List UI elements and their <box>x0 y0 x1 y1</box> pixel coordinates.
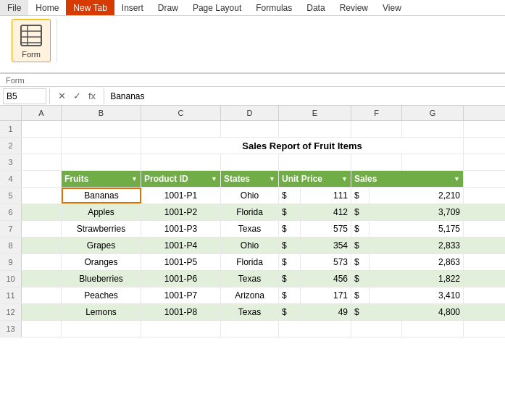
filter-arrow-fruits[interactable]: ▼ <box>131 175 138 182</box>
cell-b5-bananas[interactable]: Bananas <box>62 188 141 203</box>
cell-d6[interactable]: Florida <box>221 204 279 220</box>
cell-a13[interactable] <box>22 321 62 337</box>
cell-e1[interactable] <box>279 121 351 137</box>
cell-e7-val[interactable]: 575 <box>301 221 351 237</box>
cell-reference[interactable]: B5 <box>3 88 46 104</box>
cell-f10-val[interactable]: 1,822 <box>370 271 464 287</box>
cell-f3[interactable] <box>351 154 402 170</box>
cell-a8[interactable] <box>22 238 62 253</box>
formula-cancel-button[interactable]: ✕ <box>56 91 68 101</box>
cell-e9-val[interactable]: 573 <box>301 254 351 270</box>
cell-e3[interactable] <box>279 154 351 170</box>
menu-data[interactable]: Data <box>299 0 332 15</box>
cell-f7-dollar[interactable]: $ <box>351 221 370 237</box>
cell-a9[interactable] <box>22 254 62 270</box>
cell-f13[interactable] <box>351 321 402 337</box>
cell-f5-dollar[interactable]: $ <box>351 188 370 203</box>
cell-e8-dollar[interactable]: $ <box>279 238 301 253</box>
cell-d10[interactable]: Texas <box>221 271 279 287</box>
cell-c6[interactable]: 1001-P2 <box>141 204 221 220</box>
cell-d3[interactable] <box>221 154 279 170</box>
cell-e5-dollar[interactable]: $ <box>279 188 301 203</box>
cell-f9-dollar[interactable]: $ <box>351 254 370 270</box>
formula-fx-button[interactable]: fx <box>86 91 98 101</box>
cell-a6[interactable] <box>22 204 62 220</box>
cell-f7-val[interactable]: 5,175 <box>370 221 464 237</box>
cell-b8[interactable]: Grapes <box>62 238 141 253</box>
cell-e12-val[interactable]: 49 <box>301 304 351 320</box>
cell-d8[interactable]: Ohio <box>221 238 279 253</box>
cell-e6-dollar[interactable]: $ <box>279 204 301 220</box>
cell-a2[interactable] <box>22 138 62 154</box>
cell-f12-dollar[interactable]: $ <box>351 304 370 320</box>
cell-f11-val[interactable]: 3,410 <box>370 287 464 303</box>
cell-e9-dollar[interactable]: $ <box>279 254 301 270</box>
header-states[interactable]: States ▼ <box>221 171 279 187</box>
cell-a12[interactable] <box>22 304 62 320</box>
cell-b2[interactable] <box>62 138 141 154</box>
cell-a7[interactable] <box>22 221 62 237</box>
cell-e11-dollar[interactable]: $ <box>279 287 301 303</box>
cell-d13[interactable] <box>221 321 279 337</box>
cell-title[interactable]: Sales Report of Fruit Items <box>141 138 464 154</box>
menu-review[interactable]: Review <box>333 0 375 15</box>
cell-e11-val[interactable]: 171 <box>301 287 351 303</box>
formula-input[interactable] <box>107 90 502 103</box>
cell-b1[interactable] <box>62 121 141 137</box>
cell-b10[interactable]: Blueberries <box>62 271 141 287</box>
cell-e6-val[interactable]: 412 <box>301 204 351 220</box>
cell-a4[interactable] <box>22 171 62 187</box>
menu-draw[interactable]: Draw <box>151 0 185 15</box>
menu-formulas[interactable]: Formulas <box>249 0 299 15</box>
cell-f8-dollar[interactable]: $ <box>351 238 370 253</box>
cell-b7[interactable]: Strawberries <box>62 221 141 237</box>
filter-arrow-states[interactable]: ▼ <box>269 175 275 182</box>
cell-f8-val[interactable]: 2,833 <box>370 238 464 253</box>
cell-e10-val[interactable]: 456 <box>301 271 351 287</box>
cell-b3[interactable] <box>62 154 141 170</box>
cell-d12[interactable]: Texas <box>221 304 279 320</box>
menu-file[interactable]: File <box>0 0 28 15</box>
cell-b12[interactable]: Lemons <box>62 304 141 320</box>
cell-g1[interactable] <box>402 121 464 137</box>
cell-d11[interactable]: Arizona <box>221 287 279 303</box>
cell-a1[interactable] <box>22 121 62 137</box>
cell-e13[interactable] <box>279 321 351 337</box>
cell-f10-dollar[interactable]: $ <box>351 271 370 287</box>
cell-f5-val[interactable]: 2,210 <box>370 188 464 203</box>
cell-a10[interactable] <box>22 271 62 287</box>
menu-newtab[interactable]: New Tab <box>66 0 114 15</box>
cell-d9[interactable]: Florida <box>221 254 279 270</box>
cell-b9[interactable]: Oranges <box>62 254 141 270</box>
formula-confirm-button[interactable]: ✓ <box>71 91 83 101</box>
cell-e7-dollar[interactable]: $ <box>279 221 301 237</box>
cell-a5[interactable] <box>22 188 62 203</box>
form-button[interactable]: Form <box>12 19 51 62</box>
cell-e10-dollar[interactable]: $ <box>279 271 301 287</box>
header-unitprice[interactable]: Unit Price ▼ <box>279 171 351 187</box>
filter-arrow-sales[interactable]: ▼ <box>454 175 460 182</box>
cell-f6-val[interactable]: 3,709 <box>370 204 464 220</box>
filter-arrow-productid[interactable]: ▼ <box>211 175 217 182</box>
menu-home[interactable]: Home <box>28 0 66 15</box>
cell-c10[interactable]: 1001-P6 <box>141 271 221 287</box>
cell-c11[interactable]: 1001-P7 <box>141 287 221 303</box>
cell-c1[interactable] <box>141 121 221 137</box>
cell-c9[interactable]: 1001-P5 <box>141 254 221 270</box>
menu-insert[interactable]: Insert <box>114 0 151 15</box>
cell-f12-val[interactable]: 4,800 <box>370 304 464 320</box>
menu-pagelayout[interactable]: Page Layout <box>185 0 249 15</box>
cell-c12[interactable]: 1001-P8 <box>141 304 221 320</box>
cell-f11-dollar[interactable]: $ <box>351 287 370 303</box>
cell-f1[interactable] <box>351 121 402 137</box>
header-fruits[interactable]: Fruits ▼ <box>62 171 141 187</box>
cell-f6-dollar[interactable]: $ <box>351 204 370 220</box>
menu-view[interactable]: View <box>375 0 409 15</box>
cell-e12-dollar[interactable]: $ <box>279 304 301 320</box>
cell-d5[interactable]: Ohio <box>221 188 279 203</box>
cell-g3[interactable] <box>402 154 464 170</box>
cell-a11[interactable] <box>22 287 62 303</box>
header-sales[interactable]: Sales ▼ <box>351 171 464 187</box>
cell-c13[interactable] <box>141 321 221 337</box>
cell-g13[interactable] <box>402 321 464 337</box>
